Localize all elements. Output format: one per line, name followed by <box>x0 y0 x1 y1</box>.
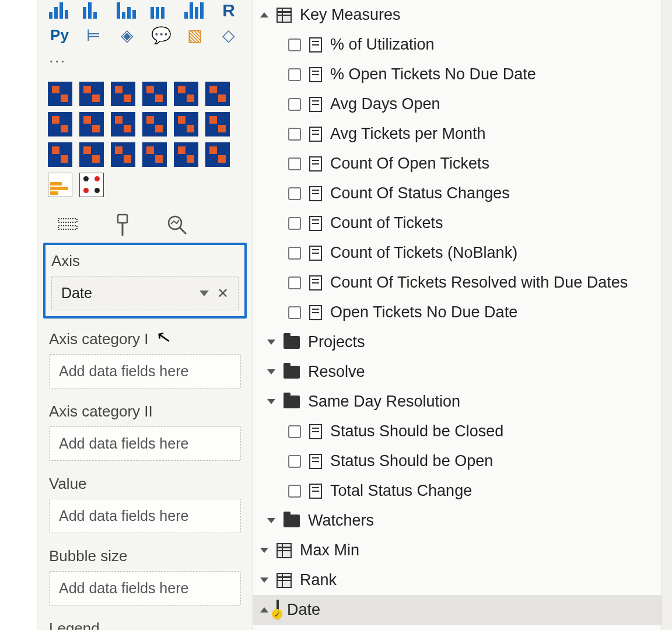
custom-visual-tile[interactable] <box>174 112 198 136</box>
table-max-min[interactable]: Max Min <box>253 536 672 565</box>
field-label: Count of Tickets <box>330 214 660 232</box>
table-label: Date <box>287 601 660 619</box>
field-row[interactable]: Avg Tickets per Month <box>253 119 672 149</box>
measure-icon <box>309 127 322 142</box>
field-row[interactable]: Status Should be Closed <box>253 416 672 446</box>
field-row[interactable]: Status Should be Open <box>253 446 672 476</box>
viz-type-icon[interactable] <box>184 0 205 21</box>
field-checkbox[interactable] <box>288 455 301 468</box>
custom-visual-tile[interactable] <box>79 173 104 197</box>
field-row[interactable]: Count Of Open Tickets <box>253 149 672 178</box>
field-label: Count Of Open Tickets <box>330 155 660 173</box>
custom-visual-tile[interactable] <box>142 82 167 106</box>
custom-visual-tile[interactable] <box>48 82 72 106</box>
custom-visual-tile[interactable] <box>111 112 135 136</box>
decomposition-tree-icon[interactable]: ◈ <box>117 24 138 46</box>
field-row[interactable]: Count of Tickets (NoBlank) <box>253 238 672 268</box>
table-rank[interactable]: Rank <box>253 565 672 595</box>
custom-visual-tile[interactable] <box>205 142 230 167</box>
collapse-icon <box>260 607 268 612</box>
custom-visual-tile[interactable] <box>79 82 104 106</box>
measure-table-icon <box>276 8 292 23</box>
field-checkbox[interactable] <box>288 217 301 230</box>
field-checkbox[interactable] <box>288 68 301 81</box>
custom-visual-tile[interactable] <box>205 112 230 136</box>
field-row[interactable]: Count Of Tickets Resolved with Due Dates <box>253 268 672 298</box>
custom-visual-tile[interactable] <box>48 173 72 197</box>
left-gutter <box>0 0 37 630</box>
viz-type-icon[interactable] <box>49 0 70 21</box>
dropzone-placeholder: Add data fields here <box>59 363 188 380</box>
custom-visual-tile[interactable] <box>48 112 72 136</box>
field-checkbox[interactable] <box>288 38 301 51</box>
scrollbar[interactable] <box>662 0 672 630</box>
analytics-tab[interactable] <box>164 212 190 238</box>
field-checkbox[interactable] <box>288 485 301 498</box>
value-well: Value Add data fields here <box>43 467 247 539</box>
measure-icon <box>309 424 322 439</box>
custom-visual-tile[interactable] <box>174 82 198 106</box>
custom-visual-tile[interactable] <box>111 142 135 167</box>
field-row[interactable]: % of Utilization <box>253 30 672 60</box>
folder-resolve[interactable]: Resolve <box>253 357 672 387</box>
legend-well-label: Legend <box>49 617 241 630</box>
viz-type-icon[interactable] <box>117 0 138 21</box>
table-label: Rank <box>300 571 660 589</box>
axis-well-field[interactable]: Date ✕ <box>51 276 239 310</box>
field-checkbox[interactable] <box>288 425 301 438</box>
viz-overflow-ellipsis[interactable]: ··· <box>37 49 253 77</box>
axis-cat2-dropzone[interactable]: Add data fields here <box>49 426 241 461</box>
remove-field-icon[interactable]: ✕ <box>217 285 229 302</box>
value-dropzone[interactable]: Add data fields here <box>49 499 241 533</box>
axis-field-name: Date <box>61 285 92 302</box>
custom-visual-tile[interactable] <box>79 142 104 167</box>
folder-projects[interactable]: Projects <box>253 327 672 357</box>
python-visual-icon[interactable]: Py <box>49 24 70 46</box>
measure-icon <box>309 454 322 469</box>
custom-visual-tile[interactable] <box>79 112 104 136</box>
custom-visual-tile[interactable] <box>48 142 72 167</box>
field-checkbox[interactable] <box>288 306 301 319</box>
viz-type-icon[interactable] <box>83 0 104 21</box>
field-row[interactable]: Avg Days Open <box>253 89 672 119</box>
r-visual-icon[interactable]: R <box>218 0 239 21</box>
measure-icon <box>309 186 322 201</box>
paginated-report-icon[interactable]: ▧ <box>184 24 205 46</box>
custom-visual-tile[interactable] <box>142 142 167 167</box>
visualizations-panel: R Py ⊨ ◈ 💬 ▧ ◇ ··· <box>37 0 253 630</box>
get-more-visuals-icon[interactable]: ◇ <box>218 24 239 46</box>
field-row[interactable]: Total Status Change <box>253 476 672 506</box>
field-checkbox[interactable] <box>288 187 301 200</box>
table-date[interactable]: ✓ Date <box>253 595 672 625</box>
table-key-measures[interactable]: Key Measures <box>253 0 672 30</box>
collapse-icon <box>260 12 268 18</box>
field-row[interactable]: Count Of Status Changes <box>253 178 672 208</box>
field-row[interactable]: Count of Tickets <box>253 208 672 238</box>
custom-visual-tile[interactable] <box>111 82 135 106</box>
bubble-size-well: Bubble size Add data fields here <box>43 539 247 611</box>
custom-visual-tile[interactable] <box>142 112 167 136</box>
axis-cat1-dropzone[interactable]: Add data fields here <box>49 354 241 388</box>
field-wells: Axis Date ✕ Axis category I Add data fie… <box>37 240 253 630</box>
field-checkbox[interactable] <box>288 158 301 170</box>
field-checkbox[interactable] <box>288 98 301 111</box>
field-row[interactable]: % Open Tickets No Due Date <box>253 60 672 89</box>
fields-panel: Key Measures % of Utilization % Open Tic… <box>253 0 672 630</box>
field-row[interactable]: Open Tickets No Due Date <box>253 298 672 327</box>
folder-same-day-resolution[interactable]: Same Day Resolution <box>253 387 672 416</box>
bubble-size-dropzone[interactable]: Add data fields here <box>49 571 241 606</box>
field-label: Avg Days Open <box>330 95 660 113</box>
field-checkbox[interactable] <box>288 128 301 141</box>
key-influencers-icon[interactable]: ⊨ <box>83 24 104 46</box>
custom-visual-tile[interactable] <box>205 82 230 106</box>
format-tab[interactable] <box>110 212 135 238</box>
custom-visual-tile[interactable] <box>174 142 198 167</box>
field-checkbox[interactable] <box>288 247 301 260</box>
field-checkbox[interactable] <box>288 276 301 289</box>
fields-tab[interactable] <box>55 212 80 238</box>
chevron-down-icon[interactable] <box>200 290 209 296</box>
table-label: Max Min <box>300 541 660 559</box>
folder-watchers[interactable]: Watchers <box>253 506 672 536</box>
qa-visual-icon[interactable]: 💬 <box>150 24 172 46</box>
viz-type-icon[interactable] <box>150 0 172 21</box>
